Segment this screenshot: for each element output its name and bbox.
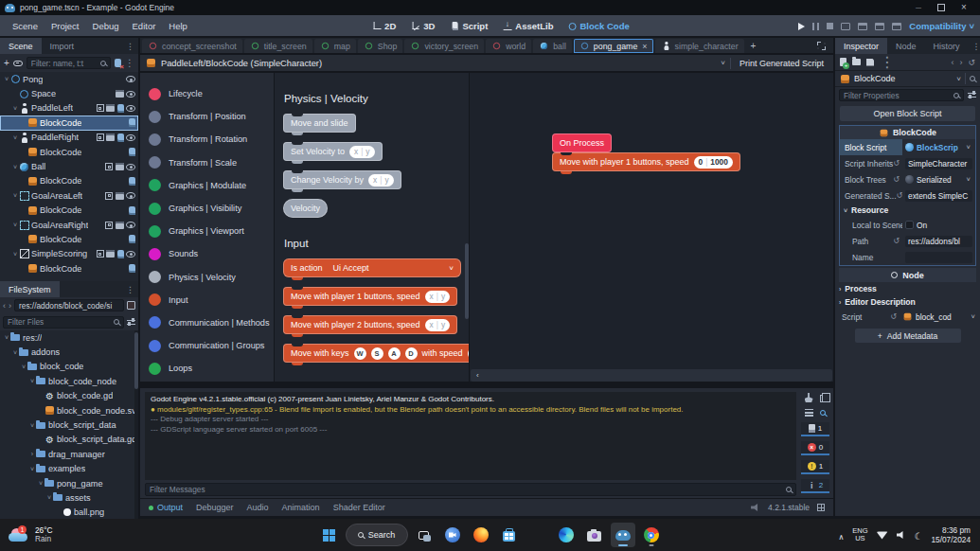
expand-arrow-icon[interactable]: ˅ — [11, 164, 19, 170]
scene-menu-icon[interactable] — [125, 59, 134, 68]
filesystem-path[interactable]: res://addons/block_code/si — [14, 299, 124, 311]
history-back-icon[interactable] — [951, 58, 953, 67]
workspace-tab-script[interactable]: Script — [443, 15, 494, 37]
cam-icon[interactable] — [106, 250, 115, 258]
dropdown-value[interactable]: Ui Accept — [333, 263, 369, 273]
nav-forward-button[interactable] — [9, 301, 11, 311]
eye-icon[interactable] — [126, 251, 135, 258]
pill-value[interactable]: y — [441, 292, 445, 301]
category-communication-groups[interactable]: Communication | Groups — [140, 334, 274, 357]
property-row-local-to-scene[interactable]: Local to Scene On — [840, 217, 975, 233]
tree-item-addons[interactable]: ˅addons — [0, 345, 138, 359]
grid-icon[interactable] — [97, 104, 104, 112]
canvas-statement-block[interactable]: Move with player 1 buttons, speed0|1000 — [552, 152, 740, 171]
filter-properties-input[interactable]: Filter Properties — [839, 89, 964, 101]
menu-editor[interactable]: Editor — [126, 21, 163, 31]
tab-menu-icon[interactable] — [969, 38, 980, 54]
script-icon[interactable] — [129, 264, 135, 273]
load-resource-icon[interactable] — [852, 59, 861, 65]
cam-icon[interactable] — [116, 90, 124, 98]
scrollbar-thumb[interactable] — [134, 332, 138, 389]
group-resource[interactable]: Resource — [840, 204, 975, 217]
expand-arrow-icon[interactable]: ˅ — [45, 494, 53, 501]
pill-value[interactable]: 1000 — [710, 157, 727, 167]
play-scene-button[interactable] — [858, 23, 867, 30]
property-row-script[interactable]: Script block_cod — [835, 309, 980, 325]
cam-icon[interactable] — [116, 163, 124, 170]
warning-count-badge[interactable]: !1 — [801, 460, 829, 474]
block-move-with-keys[interactable]: Move with keysWSADwith speedx|y — [283, 344, 470, 363]
expand-arrow-icon[interactable]: ˅ — [37, 480, 45, 487]
property-row-script-inherits[interactable]: Script Inherits SimpleCharacter — [840, 155, 975, 171]
expand-arrow-icon[interactable]: ˅ — [28, 378, 36, 384]
tree-item-drag-manager[interactable]: ›drag_manager — [0, 447, 138, 461]
cam-icon[interactable] — [116, 222, 124, 229]
tree-item-ball[interactable]: ˅Ball — [0, 159, 138, 173]
category-loops[interactable]: Loops — [140, 357, 274, 380]
block-set-velocity-to[interactable]: Set Velocity tox|y — [283, 142, 383, 161]
search-button[interactable]: Search — [346, 524, 408, 546]
volume-icon[interactable] — [897, 531, 906, 539]
script-icon[interactable] — [129, 118, 135, 127]
category-transform-scale[interactable]: Transform | Scale — [140, 151, 274, 174]
property-value[interactable]: res://addons/bl — [902, 236, 975, 247]
tab-menu-icon[interactable] — [122, 38, 138, 54]
history-forward-icon[interactable] — [959, 58, 962, 67]
workspace-tab-3d[interactable]: 3D — [404, 15, 441, 37]
block-is-action[interactable]: Is actionUi Accept — [283, 258, 461, 277]
tree-item-blockcode[interactable]: BlockCode — [0, 204, 138, 218]
script-icon[interactable] — [117, 104, 124, 113]
scene-tab-victory-screen[interactable]: victory_screen — [404, 39, 484, 53]
tree-item-blockcode[interactable]: BlockCode — [0, 116, 138, 130]
cam-icon[interactable] — [116, 192, 124, 200]
value-pill[interactable]: 0|1000 — [694, 156, 733, 169]
category-transform-position[interactable]: Transform | Position — [140, 105, 274, 128]
instance-scene-icon[interactable] — [13, 61, 23, 66]
category-lifecycle[interactable]: Lifecycle — [140, 82, 274, 105]
property-value[interactable] — [902, 252, 975, 263]
new-resource-icon[interactable] — [840, 58, 846, 66]
task-view-button[interactable] — [412, 523, 437, 547]
property-row-block-trees[interactable]: Block Trees Serialized — [840, 171, 975, 187]
category-graphics-modulate[interactable]: Graphics | Modulate — [140, 174, 274, 197]
history-icon[interactable] — [968, 58, 975, 67]
filesystem-menu-icon[interactable] — [122, 281, 138, 297]
scene-tab-ball[interactable]: ball — [533, 39, 572, 53]
minimize-button[interactable] — [907, 0, 930, 15]
tab-import[interactable]: Import — [42, 38, 83, 54]
play-custom-scene-button[interactable] — [875, 23, 884, 30]
script-icon[interactable] — [129, 206, 135, 215]
open-block-script-button[interactable]: Open Block Script — [840, 106, 975, 121]
filesystem-filter-input[interactable]: Filter Files — [3, 316, 124, 329]
script-inherits-field[interactable]: SimpleCharacter — [905, 158, 972, 169]
expand-arrow-icon[interactable]: ˅ — [3, 334, 10, 341]
clock[interactable]: 8:36 pm15/07/2024 — [931, 525, 971, 544]
value-pill[interactable]: x|y — [349, 146, 374, 158]
tree-item-paddleleft[interactable]: ˅PaddleLeft — [0, 101, 138, 116]
tree-item-pong-game[interactable]: ˅pong_game — [0, 476, 138, 490]
scrollbar-track[interactable] — [465, 73, 469, 382]
eye-icon[interactable] — [126, 134, 135, 141]
cam-icon[interactable] — [106, 104, 115, 112]
expand-panel-icon[interactable] — [817, 504, 825, 511]
property-row-generated-script[interactable]: Generated S... extends SimpleC — [840, 187, 975, 204]
block-velocity[interactable]: Velocity — [283, 199, 328, 218]
cam-icon[interactable] — [106, 133, 115, 141]
node-section-header[interactable]: Node — [839, 268, 976, 282]
script-icon[interactable] — [117, 133, 124, 142]
generated-script-field[interactable]: extends SimpleC — [905, 190, 972, 202]
category-sounds[interactable]: Sounds — [140, 242, 274, 265]
maximize-button[interactable] — [930, 0, 953, 15]
expand-arrow-icon[interactable]: › — [28, 451, 36, 457]
hidden-icons-button[interactable] — [838, 526, 844, 543]
eye-icon[interactable] — [126, 164, 135, 170]
tree-item-block-code-node-svg[interactable]: block_code_node.svg — [0, 403, 138, 418]
scrollbar-track[interactable] — [134, 330, 138, 519]
scene-filter-input[interactable]: Filter: name, t:t — [27, 57, 111, 69]
chrome-button[interactable] — [639, 523, 664, 547]
tab-history[interactable]: History — [925, 38, 969, 54]
add-metadata-button[interactable]: Add Metadata — [855, 329, 961, 343]
tree-item-examples[interactable]: ˅examples — [0, 462, 138, 476]
remote-debug-button[interactable] — [841, 23, 850, 30]
menu-help[interactable]: Help — [162, 21, 194, 31]
